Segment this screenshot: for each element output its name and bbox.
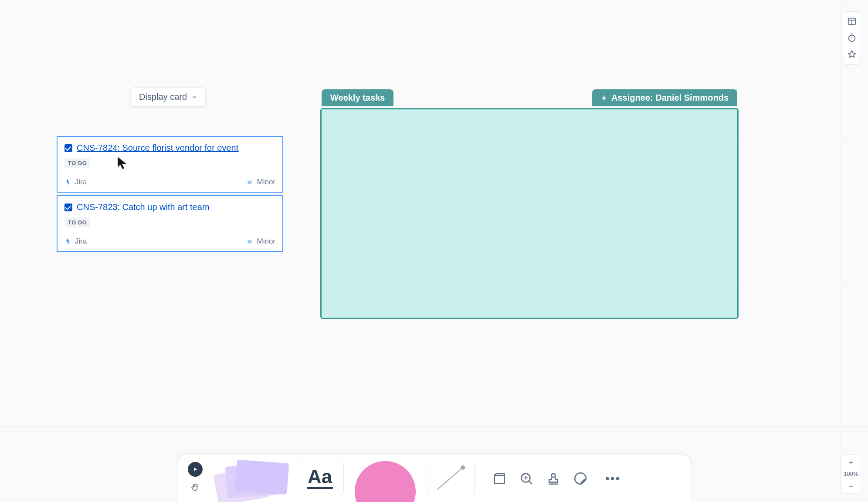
chevron-down-icon	[191, 94, 197, 100]
jira-card[interactable]: CNS-7824: Source florist vendor for even…	[57, 136, 283, 193]
task-type-icon	[64, 204, 72, 211]
jira-card-title-row: CNS-7823: Catch up with art team	[64, 202, 275, 212]
more-tools-button[interactable]: •••	[605, 471, 620, 485]
right-tool-strip	[843, 11, 861, 64]
jira-card-footer: Jira Minor	[64, 178, 275, 187]
weekly-tasks-frame[interactable]: Weekly tasks Assignee: Daniel Simmonds	[320, 108, 739, 319]
search-sparkle-icon[interactable]	[519, 471, 534, 486]
display-card-dropdown[interactable]: Display card	[131, 87, 206, 107]
assignee-tab[interactable]: Assignee: Daniel Simmonds	[592, 89, 737, 106]
source-label: Jira	[75, 237, 87, 246]
jira-card-title[interactable]: CNS-7823: Catch up with art team	[77, 202, 210, 212]
frame-tool-icon[interactable]	[492, 471, 507, 486]
task-type-icon	[64, 144, 72, 152]
jira-card-footer: Jira Minor	[64, 237, 275, 246]
svg-point-11	[552, 473, 556, 477]
zoom-in-button[interactable]: +	[841, 455, 861, 469]
zoom-control: + 108% −	[841, 455, 861, 493]
text-tool-label: Aa	[308, 466, 332, 488]
priority-minor-icon	[246, 179, 253, 186]
stamp-tool-icon[interactable]	[546, 471, 561, 486]
line-tool[interactable]	[427, 461, 475, 496]
priority-label: Minor	[257, 178, 275, 187]
svg-line-10	[529, 481, 532, 484]
jira-card[interactable]: CNS-7823: Catch up with art team TO DO J…	[57, 195, 283, 252]
shape-tool[interactable]	[353, 461, 418, 496]
jira-cards-group: CNS-7824: Source florist vendor for even…	[57, 136, 283, 252]
pin-icon[interactable]	[845, 47, 859, 61]
timer-icon[interactable]	[845, 31, 859, 45]
frame-title: Weekly tasks	[330, 93, 385, 102]
jira-card-title-row: CNS-7824: Source florist vendor for even…	[64, 143, 275, 153]
svg-line-6	[437, 468, 463, 489]
zoom-out-button[interactable]: −	[841, 479, 861, 493]
jira-icon	[64, 179, 71, 186]
jira-icon	[64, 238, 71, 245]
svg-point-3	[849, 35, 855, 42]
sticker-tool-icon[interactable]	[573, 471, 588, 486]
panel-icon[interactable]	[845, 14, 859, 28]
text-tool[interactable]: Aa	[296, 461, 344, 496]
hand-tool-button[interactable]	[188, 480, 203, 495]
lightning-icon	[601, 94, 608, 102]
jira-card-title[interactable]: CNS-7824: Source florist vendor for even…	[77, 143, 238, 153]
display-card-label: Display card	[139, 92, 187, 102]
assignee-label: Assignee: Daniel Simmonds	[611, 93, 729, 103]
sticky-note-tool[interactable]	[213, 461, 287, 496]
svg-point-7	[461, 465, 465, 470]
priority-label: Minor	[257, 237, 275, 246]
svg-rect-8	[495, 475, 505, 483]
status-badge: TO DO	[64, 217, 90, 227]
priority-minor-icon	[246, 238, 253, 245]
toolbar-icon-group	[492, 471, 588, 486]
frame-title-tab[interactable]: Weekly tasks	[322, 89, 393, 106]
zoom-level[interactable]: 108%	[844, 469, 858, 479]
bottom-toolbar: Aa •••	[177, 454, 691, 502]
present-button[interactable]	[188, 462, 203, 477]
status-badge: TO DO	[64, 158, 90, 168]
source-label: Jira	[75, 178, 87, 187]
circle-shape-icon	[355, 461, 416, 502]
